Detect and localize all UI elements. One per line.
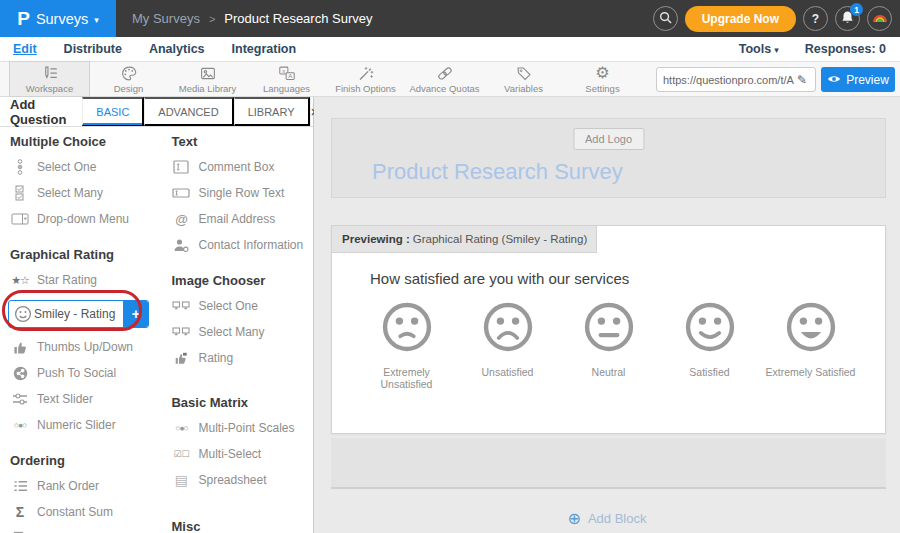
smiley-option-neutral[interactable]: Neutral: [558, 300, 659, 390]
single-row-text-icon: [171, 188, 191, 198]
edit-url-pencil-icon[interactable]: ✎: [797, 73, 807, 87]
qtype-image-select-one[interactable]: Select One: [169, 293, 313, 319]
checkbox-stack-icon: [10, 185, 30, 201]
thumbs-up-icon: [10, 340, 30, 355]
chevron-down-icon: ▾: [774, 45, 779, 55]
share-icon: [10, 366, 30, 381]
add-smiley-question-button[interactable]: +: [123, 300, 148, 328]
qtype-select-many[interactable]: Select Many: [8, 180, 165, 206]
smiley-satisfied-icon: [683, 300, 737, 354]
questionpro-logo-icon: P: [17, 8, 30, 30]
preview-button[interactable]: Preview: [821, 67, 895, 92]
tab-advanced[interactable]: ADVANCED: [144, 97, 233, 126]
survey-toolbar: Workspace Design Media Library xA Langua…: [0, 62, 900, 97]
toolbar-media-library-button[interactable]: Media Library: [168, 62, 247, 96]
radio-stack-icon: [10, 159, 30, 175]
section-text: Text: [171, 134, 313, 149]
multi-point-icon: ○●○: [171, 423, 191, 433]
numeric-slider-icon: ○●○: [10, 420, 30, 430]
svg-text:A: A: [288, 73, 292, 79]
tools-menu[interactable]: Tools▾: [739, 42, 779, 56]
palette-icon: [120, 65, 138, 82]
rank-order-icon: [10, 479, 30, 493]
dropdown-icon: [10, 213, 30, 225]
toolbar-variables-button[interactable]: Variables: [484, 62, 563, 96]
qtype-constant-sum[interactable]: Σ Constant Sum: [8, 499, 165, 525]
qtype-image-select-many[interactable]: Select Many: [169, 319, 313, 345]
comment-box-icon: [171, 160, 191, 174]
qtype-dropdown-menu[interactable]: Drop-down Menu: [8, 206, 165, 232]
toolbar-settings-button[interactable]: ⚙Settings: [563, 62, 642, 96]
qtype-drag-and-drop[interactable]: Drag and Drop: [8, 525, 165, 533]
dual-screens-icon: [171, 327, 191, 337]
qtype-smiley-rating[interactable]: Smiley - Rating +: [8, 300, 149, 328]
toolbar-languages-button[interactable]: xA Languages: [247, 62, 326, 96]
question-panel-tabs: Add Question BASIC ADVANCED LIBRARY ×: [0, 97, 313, 127]
nav-tab-edit[interactable]: Edit: [13, 42, 37, 56]
chevron-down-icon: ▾: [94, 15, 99, 25]
tab-basic[interactable]: BASIC: [82, 97, 144, 126]
smiley-option-extremely-satisfied[interactable]: Extremely Satisfied: [760, 300, 861, 390]
brand-logo[interactable]: P Surveys ▾: [0, 0, 116, 37]
qtype-image-rating[interactable]: Rating: [169, 345, 313, 371]
qtype-contact-information[interactable]: Contact Information: [169, 232, 313, 258]
eye-icon: [827, 73, 841, 87]
add-question-panel: Add Question BASIC ADVANCED LIBRARY × Mu…: [0, 97, 314, 533]
toolbar-design-button[interactable]: Design: [89, 62, 168, 96]
toolbar-advance-quotas-button[interactable]: Advance Quotas: [405, 62, 484, 96]
section-graphical-rating: Graphical Rating: [10, 247, 165, 262]
add-block-button[interactable]: ⊕ Add Block: [314, 509, 900, 528]
user-avatar[interactable]: [867, 6, 892, 31]
qtype-thumbs-up-down[interactable]: Thumbs Up/Down: [8, 334, 165, 360]
previewing-label: Previewing :: [342, 233, 410, 245]
qtype-spreadsheet[interactable]: ▤ Spreadsheet: [169, 467, 313, 493]
block-footer-area[interactable]: [331, 438, 886, 489]
nav-tab-integration[interactable]: Integration: [232, 42, 297, 56]
qtype-comment-box[interactable]: Comment Box: [169, 154, 313, 180]
notification-badge: 1: [850, 3, 863, 16]
breadcrumb-current-survey: Product Research Survey: [224, 11, 372, 26]
smiley-option-extremely-unsatisfied[interactable]: Extremely Unsatisfied: [356, 300, 457, 390]
qtype-push-to-social[interactable]: Push To Social: [8, 360, 165, 386]
help-button[interactable]: ?: [803, 6, 828, 31]
qtype-text-slider[interactable]: Text Slider: [8, 386, 165, 412]
qtype-numeric-slider[interactable]: ○●○ Numeric Slider: [8, 412, 165, 438]
qtype-single-row-text[interactable]: Single Row Text: [169, 180, 313, 206]
section-nav-right: Tools▾ Responses: 0: [739, 42, 900, 56]
survey-header-block[interactable]: Add Logo Product Research Survey: [331, 118, 886, 198]
add-question-title: Add Question: [0, 97, 82, 126]
breadcrumb-my-surveys[interactable]: My Surveys: [132, 11, 200, 26]
toolbar-finish-options-button[interactable]: Finish Options: [326, 62, 405, 96]
plus-circle-icon: ⊕: [568, 509, 581, 528]
star-rating-icon: ★☆: [10, 274, 30, 287]
qtype-select-one[interactable]: Select One: [8, 154, 165, 180]
qtype-smiley-rating-row: Smiley - Rating +: [8, 296, 165, 332]
survey-url-field: ✎: [656, 67, 816, 92]
workspace-icon: [41, 65, 59, 82]
section-navbar: Edit Distribute Analytics Integration To…: [0, 37, 900, 62]
qtype-multi-point-scales[interactable]: ○●○ Multi-Point Scales: [169, 415, 313, 441]
qtype-multi-select[interactable]: ☑☐ Multi-Select: [169, 441, 313, 467]
survey-title[interactable]: Product Research Survey: [372, 159, 623, 185]
responses-count[interactable]: Responses: 0: [805, 42, 886, 56]
upgrade-now-button[interactable]: Upgrade Now: [685, 6, 796, 32]
breadcrumb-separator-icon: >: [209, 13, 215, 25]
smiley-option-satisfied[interactable]: Satisfied: [659, 300, 760, 390]
nav-tab-analytics[interactable]: Analytics: [149, 42, 205, 56]
chain-link-icon: [436, 65, 454, 82]
toolbar-workspace-button[interactable]: Workspace: [10, 62, 89, 96]
qtype-rank-order[interactable]: Rank Order: [8, 473, 165, 499]
add-logo-button[interactable]: Add Logo: [573, 128, 644, 150]
search-button[interactable]: [653, 6, 678, 31]
image-icon: [199, 65, 217, 82]
nav-tab-distribute[interactable]: Distribute: [64, 42, 122, 56]
smiley-option-unsatisfied[interactable]: Unsatisfied: [457, 300, 558, 390]
notifications-button[interactable]: 1: [835, 6, 860, 31]
smiley-unsatisfied-icon: [481, 300, 535, 354]
qtype-email-address[interactable]: @ Email Address: [169, 206, 313, 232]
avatar-gauge-icon: [872, 11, 888, 26]
tab-library[interactable]: LIBRARY: [234, 97, 310, 126]
qtype-star-rating[interactable]: ★☆ Star Rating: [8, 267, 165, 293]
question-text[interactable]: How satisfied are you with our services: [370, 270, 629, 287]
survey-url-input[interactable]: [663, 74, 795, 86]
